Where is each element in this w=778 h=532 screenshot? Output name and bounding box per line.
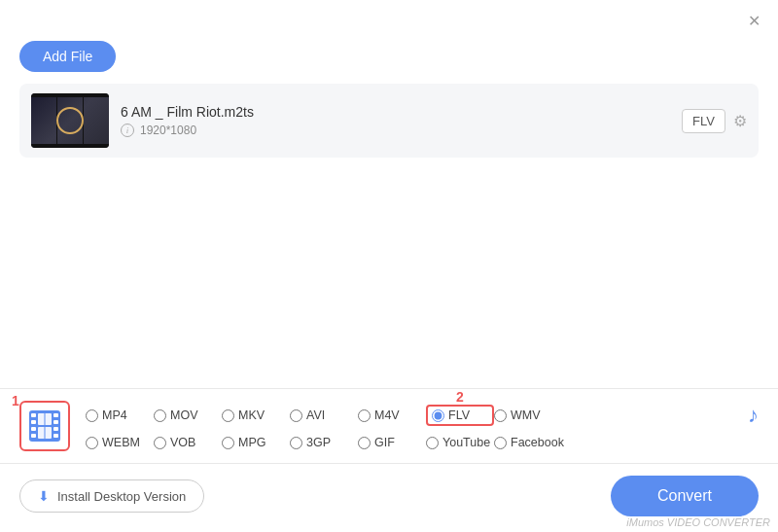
toolbar: Add File (0, 33, 778, 84)
format-badge[interactable]: FLV (682, 109, 725, 133)
format-option-wmv[interactable]: WMV (494, 408, 562, 422)
svg-rect-5 (53, 413, 58, 417)
svg-rect-1 (31, 413, 36, 417)
content-spacer (0, 236, 778, 389)
download-icon: ⬇ (38, 488, 50, 504)
file-thumbnail (31, 93, 109, 148)
svg-rect-7 (53, 427, 58, 431)
format-option-flv-wrapper: 2 FLV (426, 405, 494, 426)
format-option-m4v[interactable]: M4V (358, 408, 426, 422)
format-options-grid: MP4 MOV MKV AVI M4V (86, 403, 759, 449)
close-button[interactable]: ✕ (745, 12, 762, 29)
file-name: 6 AM _ Film Riot.m2ts (121, 104, 670, 120)
format-option-3gp[interactable]: 3GP (290, 436, 358, 449)
video-category-icon-wrapper[interactable]: 1 (19, 401, 70, 451)
format-option-mp4[interactable]: MP4 (86, 408, 154, 422)
format-option-mkv[interactable]: MKV (222, 408, 290, 422)
format-row-bottom: WEBM VOB MPG 3GP GIF (86, 436, 759, 449)
format-row-top: MP4 MOV MKV AVI M4V (86, 403, 759, 428)
svg-rect-6 (53, 420, 58, 424)
install-label: Install Desktop Version (57, 489, 186, 504)
step1-label: 1 (12, 393, 19, 408)
file-item: 6 AM _ Film Riot.m2ts i 1920*1080 FLV ⚙ (19, 84, 759, 158)
music-icon[interactable]: ♪ (748, 403, 759, 427)
settings-icon[interactable]: ⚙ (733, 112, 747, 130)
app-window: ✕ Add File 6 AM _ Film Riot.m2ts i 1920*… (0, 0, 778, 532)
format-option-vob[interactable]: VOB (154, 436, 222, 449)
format-option-mov[interactable]: MOV (154, 408, 222, 422)
convert-button[interactable]: Convert (611, 476, 759, 516)
format-option-gif[interactable]: GIF (358, 436, 426, 449)
svg-rect-2 (31, 420, 36, 424)
thumbnail-clock (56, 107, 84, 134)
format-option-youtube[interactable]: YouTube (426, 436, 494, 449)
add-file-button[interactable]: Add File (19, 41, 116, 72)
watermark-text: iMumos VIDEO CONVERTER (619, 513, 778, 532)
svg-rect-4 (31, 434, 36, 438)
svg-rect-8 (53, 434, 58, 438)
title-bar: ✕ (0, 0, 778, 33)
info-icon[interactable]: i (121, 124, 134, 137)
install-desktop-button[interactable]: ⬇ Install Desktop Version (19, 479, 204, 513)
film-grid-icon (29, 410, 60, 442)
format-option-webm[interactable]: WEBM (86, 436, 154, 449)
svg-rect-3 (31, 427, 36, 431)
step2-label: 2 (456, 389, 464, 405)
format-category-video[interactable]: 1 (19, 401, 70, 451)
format-option-flv[interactable]: FLV (426, 405, 494, 426)
format-option-facebook[interactable]: Facebook (494, 436, 564, 449)
file-actions: FLV ⚙ (682, 109, 747, 133)
file-meta: i 1920*1080 (121, 124, 670, 137)
format-option-mpg[interactable]: MPG (222, 436, 290, 449)
format-option-avi[interactable]: AVI (290, 408, 358, 422)
file-resolution: 1920*1080 (140, 124, 196, 137)
file-list: 6 AM _ Film Riot.m2ts i 1920*1080 FLV ⚙ (0, 84, 778, 236)
file-info: 6 AM _ Film Riot.m2ts i 1920*1080 (121, 104, 670, 137)
music-icon-area[interactable]: ♪ (744, 403, 759, 428)
format-selector: 1 (0, 388, 778, 463)
